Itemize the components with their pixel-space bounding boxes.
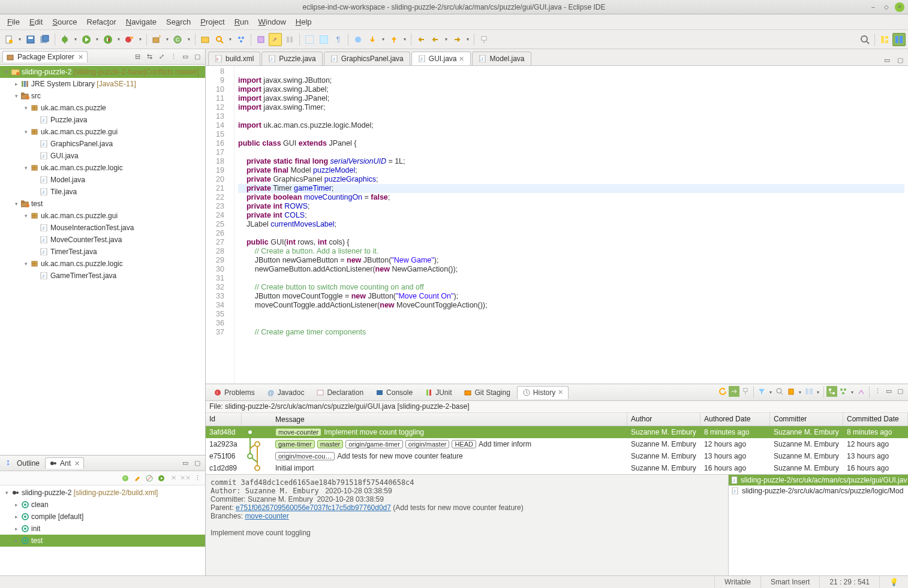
editor-tab[interactable]: JModel.java — [472, 52, 531, 65]
pin-editor-button[interactable]: ¶ — [332, 33, 345, 46]
pin-button[interactable] — [477, 33, 491, 46]
close-ant-icon[interactable]: ✕ — [74, 460, 80, 468]
col-id[interactable]: Id — [206, 413, 242, 426]
package-explorer-tree[interactable]: ▾sliding-puzzle-2 [sliding-puzzle-2-base… — [0, 65, 205, 455]
view-menu-button[interactable]: ⋮ — [168, 52, 179, 62]
show-whitespace-button[interactable] — [317, 33, 330, 46]
ant-hide-button[interactable] — [132, 473, 143, 484]
close-view-icon[interactable]: ✕ — [558, 388, 563, 396]
coverage-button[interactable] — [101, 33, 115, 46]
ant-menu-button[interactable]: ⋮ — [192, 473, 203, 484]
ant-tree-row[interactable]: ▸test — [0, 535, 205, 547]
open-type-button[interactable] — [199, 33, 212, 46]
tree-row[interactable]: JPuzzle.java — [0, 114, 205, 126]
debug-button[interactable] — [58, 33, 71, 46]
view-menu-history-button[interactable]: ⋮ — [872, 386, 883, 397]
minimize-history-button[interactable]: ▭ — [883, 386, 894, 397]
prev-annotation-dropdown[interactable]: ▼ — [402, 33, 408, 46]
java-perspective-button[interactable] — [892, 33, 906, 46]
tree-row[interactable]: ▾uk.ac.man.cs.puzzle.gui — [0, 210, 205, 222]
minimize-editor-button[interactable]: ▭ — [882, 55, 892, 65]
close-tab-icon[interactable]: ✕ — [459, 55, 464, 63]
save-button[interactable] — [24, 33, 37, 46]
focus-button[interactable]: ⤢ — [156, 52, 167, 62]
tree-row[interactable]: JGameTimerTest.java — [0, 270, 205, 282]
tree-row[interactable]: ▾uk.ac.man.cs.puzzle.gui — [0, 126, 205, 138]
bottom-tab[interactable]: History✕ — [517, 386, 569, 399]
new-button[interactable] — [2, 33, 16, 46]
menu-project[interactable]: Project — [196, 15, 229, 29]
col-committer[interactable]: Committer — [770, 413, 843, 426]
commit-files[interactable]: Jsliding-puzzle-2/src/uk/ac/man/cs/puzzl… — [728, 475, 908, 575]
package-explorer-tab[interactable]: Package Explorer ✕ — [2, 51, 88, 62]
compare-dropdown[interactable]: ▼ — [815, 386, 821, 399]
forward-dropdown[interactable]: ▼ — [465, 33, 471, 46]
ant-tree-row[interactable]: ▾sliding-puzzle-2 [sliding-puzzle-2/buil… — [0, 487, 205, 499]
ant-tab[interactable]: Ant ✕ — [45, 457, 84, 469]
history-row[interactable]: c1d2d89Initial importSuzanne M. Embury16… — [206, 462, 908, 474]
ant-tree[interactable]: ▾sliding-puzzle-2 [sliding-puzzle-2/buil… — [0, 486, 205, 575]
collapse-all-button[interactable]: ⊟ — [132, 52, 143, 62]
close-view-icon[interactable]: ✕ — [78, 53, 83, 61]
delete-button[interactable] — [786, 386, 796, 397]
forward-button[interactable] — [450, 33, 464, 46]
tree-row[interactable]: JModel.java — [0, 174, 205, 186]
col-committed-date[interactable]: Committed Date — [843, 413, 908, 426]
editor-tab[interactable]: JGraphicsPanel.java — [324, 52, 410, 65]
toggle-block-button[interactable] — [283, 33, 296, 46]
bottom-tab[interactable]: !Problems — [208, 386, 260, 399]
bottom-tab[interactable]: Declaration — [311, 386, 369, 399]
new-class-dropdown[interactable]: ▼ — [186, 33, 192, 46]
history-row[interactable]: 1a2923agame-timermasterorigin/game-timer… — [206, 438, 908, 450]
minimize-ant-button[interactable]: ▭ — [180, 458, 191, 469]
back-button[interactable] — [429, 33, 442, 46]
additional-refs-dropdown[interactable]: ▼ — [849, 386, 855, 399]
tree-row[interactable]: ▸JRE System Library [JavaSE-11] — [0, 78, 205, 90]
changed-file-row[interactable]: Jsliding-puzzle-2/src/uk/ac/man/cs/puzzl… — [729, 475, 908, 486]
open-perspective-button[interactable] — [878, 33, 891, 46]
maximize-ant-button[interactable]: ▢ — [192, 458, 203, 469]
maximize-editor-button[interactable]: ▢ — [895, 55, 906, 65]
menu-source[interactable]: Source — [47, 15, 82, 29]
ant-tree-row[interactable]: ▸compile [default] — [0, 511, 205, 523]
tip-icon[interactable]: 💡 — [879, 576, 908, 588]
minimize-view-button[interactable]: ▭ — [180, 52, 191, 62]
commit-detail-text[interactable]: commit 3afd48dc1ced6165ae184b791518f5754… — [206, 475, 728, 575]
bottom-tab[interactable]: Console — [370, 386, 418, 399]
menu-refactor[interactable]: Refactor — [82, 15, 121, 29]
history-row[interactable]: e751f06origin/move-cou…Add tests for new… — [206, 450, 908, 462]
show-all-branches-button[interactable] — [826, 386, 837, 397]
save-all-button[interactable] — [38, 33, 52, 46]
back-dropdown[interactable]: ▼ — [443, 33, 449, 46]
ant-tree-row[interactable]: ▸init — [0, 523, 205, 535]
external-tools-dropdown[interactable]: ▼ — [137, 33, 143, 46]
delete-dropdown[interactable]: ▼ — [797, 386, 803, 399]
follow-renames-button[interactable] — [856, 386, 867, 397]
new-dropdown[interactable]: ▼ — [17, 33, 23, 46]
toggle-breadcrumb-button[interactable] — [234, 33, 248, 46]
code-area[interactable]: import javax.swing.JButton;import javax.… — [234, 66, 908, 384]
ant-remove-button[interactable]: ✕ — [168, 473, 179, 484]
menu-help[interactable]: Help — [291, 15, 317, 29]
run-button[interactable] — [80, 33, 93, 46]
maximize-view-button[interactable]: ▢ — [192, 52, 203, 62]
parent-link[interactable]: e751f0626709560056e7037fc17c5db97760d0d7 — [236, 503, 391, 512]
editor-tab[interactable]: xbuild.xml — [208, 52, 260, 65]
history-rows[interactable]: 3afd48dmove-counterImplement move count … — [206, 426, 908, 474]
find-button[interactable] — [774, 386, 785, 397]
editor-tab[interactable]: JGUI.java✕ — [411, 52, 471, 65]
bottom-tab[interactable]: Git Staging — [458, 386, 515, 399]
ant-filter-button[interactable] — [144, 473, 155, 484]
bottom-tab[interactable]: @Javadoc — [261, 386, 310, 399]
next-annotation-button[interactable] — [366, 33, 379, 46]
col-message[interactable]: Message — [242, 413, 627, 426]
col-author[interactable]: Author — [627, 413, 700, 426]
changed-file-row[interactable]: Jsliding-puzzle-2/src/uk/ac/man/cs/puzzl… — [729, 486, 908, 496]
last-edit-button[interactable] — [414, 33, 428, 46]
link-selection-button[interactable] — [729, 386, 739, 397]
col-authored-date[interactable]: Authored Date — [700, 413, 770, 426]
coverage-dropdown[interactable]: ▼ — [116, 33, 122, 46]
pin-history-button[interactable] — [740, 386, 751, 397]
ant-removeall-button[interactable]: ⨯⨯ — [180, 473, 191, 484]
tree-row[interactable]: ▾sliding-puzzle-2 [sliding-puzzle-2-base… — [0, 66, 205, 78]
